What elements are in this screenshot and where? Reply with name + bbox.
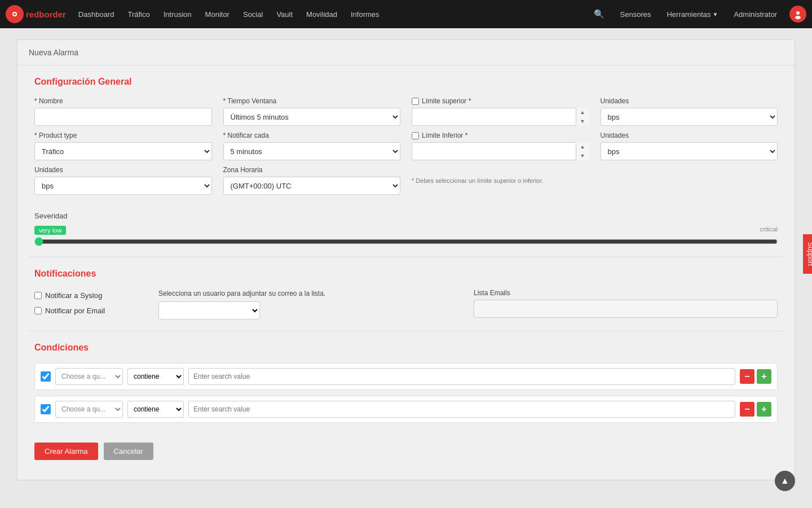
- page-container: Nueva Alarma Configuración General * Nom…: [17, 40, 795, 480]
- unidades-row-select[interactable]: bps: [34, 177, 212, 195]
- cancel-button[interactable]: Cancelar: [104, 443, 153, 460]
- unidades-group1: Unidades bps: [601, 97, 778, 126]
- notificar-label: * Notificar cada: [223, 132, 401, 139]
- scroll-top-button[interactable]: ▲: [775, 471, 795, 491]
- user-select-label: Selecciona un usuario para adjuntar su c…: [158, 289, 462, 299]
- nav-sensores[interactable]: Sensores: [614, 0, 658, 28]
- form-grid-row1: * Nombre * Tiempo Ventana Últimos 5 minu…: [34, 97, 778, 126]
- limite-sup-spinners: ▲ ▼: [576, 108, 589, 126]
- page-title: Nueva Alarma: [29, 48, 78, 57]
- search-icon[interactable]: 🔍: [587, 9, 611, 19]
- severity-slider[interactable]: [34, 239, 778, 244]
- general-section-title: Configuración General: [34, 77, 778, 87]
- email-checkbox[interactable]: [34, 307, 42, 314]
- tiempo-label: * Tiempo Ventana: [223, 97, 401, 105]
- spin-down-inf[interactable]: ▼: [576, 151, 589, 160]
- email-check-row: Notificar por Email: [34, 306, 147, 315]
- nav-trafico[interactable]: Tráfico: [121, 0, 156, 28]
- condition-row-2: Choose a qu... contiene − +: [34, 396, 778, 423]
- nav-links: Dashboard Tráfico Intrusion Monitor Soci…: [72, 0, 587, 28]
- notifications-grid: Notificar a Syslog Notificar por Email S…: [34, 289, 778, 319]
- zona-label: Zona Horaria: [223, 166, 401, 174]
- severity-section: Severidad very low critical: [17, 212, 795, 257]
- support-tab[interactable]: Support: [803, 234, 812, 274]
- limite-inf-input[interactable]: [412, 142, 589, 160]
- severity-labels: very low critical: [34, 226, 778, 235]
- svg-point-5: [795, 16, 801, 19]
- unidades-label1: Unidades: [601, 97, 778, 105]
- cond-remove-1[interactable]: −: [740, 369, 754, 384]
- limite-inf-checkbox[interactable]: [412, 132, 419, 139]
- nav-social[interactable]: Social: [236, 0, 270, 28]
- cond-search-2[interactable]: [188, 401, 735, 418]
- brand-text: redborder: [26, 10, 66, 19]
- product-label: * Product type: [34, 132, 212, 139]
- spin-up[interactable]: ▲: [576, 108, 589, 117]
- cond-search-1[interactable]: [188, 368, 735, 385]
- nav-administrator[interactable]: Administrator: [727, 0, 784, 28]
- zona-select[interactable]: (GMT+00:00) UTC: [223, 177, 401, 195]
- limite-sup-group: Límite superior * ▲ ▼: [412, 97, 589, 126]
- nav-informes[interactable]: Informes: [344, 0, 386, 28]
- product-select[interactable]: Tráfico: [34, 142, 212, 160]
- conditions-title: Condiciones: [34, 343, 778, 353]
- notificar-group: * Notificar cada 5 minutos 10 minutos 30…: [223, 132, 401, 160]
- avatar[interactable]: [789, 6, 806, 23]
- brand[interactable]: redborder: [6, 5, 66, 23]
- syslog-row: Notificar a Syslog: [34, 291, 147, 300]
- email-list-input[interactable]: [474, 300, 778, 318]
- cond-actions-2: − +: [740, 402, 771, 417]
- email-list-label: Lista Emails: [474, 289, 778, 297]
- nav-movilidad[interactable]: Movilidad: [299, 0, 344, 28]
- cond-operator-1[interactable]: contiene: [127, 368, 184, 385]
- unidades-row-group: Unidades bps: [34, 166, 212, 195]
- severity-critical-tag: critical: [760, 226, 778, 235]
- cond-choose-2[interactable]: Choose a qu...: [55, 401, 123, 418]
- cond-checkbox-1[interactable]: [41, 371, 51, 382]
- limite-inf-label: Límite Inferior *: [412, 132, 589, 139]
- main-content: Nueva Alarma Configuración General * Nom…: [0, 28, 812, 492]
- unidades-select2[interactable]: bps: [601, 142, 778, 160]
- limite-inf-group: Límite Inferior * ▲ ▼: [412, 132, 589, 160]
- cond-checkbox-2[interactable]: [41, 404, 51, 414]
- nav-monitor[interactable]: Monitor: [198, 0, 236, 28]
- email-check-label: Notificar por Email: [45, 306, 105, 315]
- navbar: redborder Dashboard Tráfico Intrusion Mo…: [0, 0, 812, 28]
- unidades-select1[interactable]: bps: [601, 108, 778, 126]
- product-group: * Product type Tráfico: [34, 132, 212, 160]
- cond-choose-1[interactable]: Choose a qu...: [55, 368, 123, 385]
- chevron-down-icon: ▼: [713, 11, 718, 17]
- limite-sup-input[interactable]: [412, 108, 589, 126]
- cond-add-1[interactable]: +: [757, 369, 771, 384]
- nav-intrusion[interactable]: Intrusion: [157, 0, 198, 28]
- tiempo-select[interactable]: Últimos 5 minutos Últimos 10 minutos Últ…: [223, 108, 401, 126]
- conditions-section: Condiciones Choose a qu... contiene − +: [17, 331, 795, 434]
- spin-up-inf[interactable]: ▲: [576, 142, 589, 151]
- unidades-group2: Unidades bps: [601, 132, 778, 160]
- user-select[interactable]: [158, 301, 260, 319]
- svg-point-2: [14, 13, 16, 15]
- user-select-wrap: [158, 301, 462, 319]
- cond-operator-2[interactable]: contiene: [127, 401, 184, 418]
- notif-checks: Notificar a Syslog Notificar por Email: [34, 289, 147, 315]
- create-button[interactable]: Crear Alarma: [34, 443, 98, 460]
- notificar-select[interactable]: 5 minutos 10 minutos 30 minutos 1 hora: [223, 142, 401, 160]
- nav-dashboard[interactable]: Dashboard: [72, 0, 121, 28]
- nombre-input[interactable]: [34, 108, 212, 126]
- cond-add-2[interactable]: +: [757, 402, 771, 417]
- limite-inf-spinners: ▲ ▼: [576, 142, 589, 160]
- spin-down[interactable]: ▼: [576, 117, 589, 126]
- nav-right: 🔍 Sensores Herramientas ▼ Administrator: [587, 0, 806, 28]
- tiempo-group: * Tiempo Ventana Últimos 5 minutos Últim…: [223, 97, 401, 126]
- limit-note: * Debes seleccionar un límite superior o…: [412, 177, 778, 184]
- unidades-label2: Unidades: [601, 132, 778, 139]
- nav-vault[interactable]: Vault: [270, 0, 299, 28]
- cond-remove-2[interactable]: −: [740, 402, 754, 417]
- limite-sup-checkbox[interactable]: [412, 98, 419, 105]
- unidades-row-label: Unidades: [34, 166, 212, 174]
- nav-herramientas[interactable]: Herramientas ▼: [660, 0, 725, 28]
- zona-group: Zona Horaria (GMT+00:00) UTC: [223, 166, 401, 195]
- limite-inf-input-wrap: ▲ ▼: [412, 142, 589, 160]
- syslog-label: Notificar a Syslog: [45, 291, 102, 300]
- syslog-checkbox[interactable]: [34, 292, 42, 299]
